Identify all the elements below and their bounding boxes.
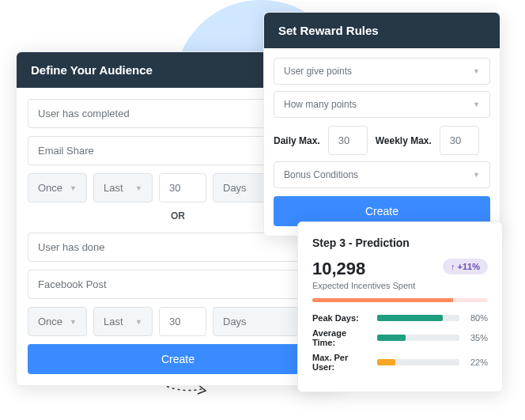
frequency-select-2[interactable]: Once ▼	[28, 307, 87, 336]
count-input-2[interactable]	[159, 307, 206, 336]
reward-amount-select[interactable]: How many points ▼	[274, 91, 490, 118]
prediction-card: Step 3 - Prediction 10,298 ↑ +11% Expect…	[297, 221, 503, 392]
stat-percent: 35%	[466, 333, 488, 342]
stat-percent: 22%	[466, 358, 488, 367]
progress-fill	[312, 298, 453, 302]
weekly-max-label: Weekly Max.	[376, 135, 432, 146]
prediction-value: 10,298	[312, 259, 365, 279]
period-select[interactable]: Last ▼	[93, 173, 153, 202]
select-value: Email Share	[38, 145, 94, 157]
daily-max-input[interactable]	[328, 126, 368, 155]
stat-row: Average Time:35%	[312, 328, 488, 347]
prediction-subtitle: Expected Incentives Spent	[312, 281, 488, 290]
select-value: Last	[104, 316, 123, 327]
chevron-down-icon: ▼	[135, 184, 142, 192]
stat-percent: 80%	[466, 313, 488, 323]
bonus-conditions-select[interactable]: Bonus Conditions ▼	[274, 161, 490, 188]
stat-label: Max. Per User:	[312, 353, 371, 372]
stat-bar	[377, 359, 459, 365]
prediction-title: Step 3 - Prediction	[312, 236, 488, 249]
reward-type-select[interactable]: User give points ▼	[274, 58, 490, 85]
frequency-select[interactable]: Once ▼	[28, 173, 87, 202]
weekly-max-input[interactable]	[440, 126, 479, 155]
select-value: Bonus Conditions	[284, 169, 358, 180]
channel-select-2[interactable]: Facebook Post ▼	[28, 270, 328, 299]
create-button[interactable]: Create	[28, 344, 328, 374]
chevron-down-icon: ▼	[70, 318, 77, 326]
period-select-2[interactable]: Last ▼	[93, 307, 153, 336]
stat-row: Peak Days:80%	[312, 313, 488, 323]
select-value: User give points	[284, 66, 352, 77]
stat-label: Average Time:	[312, 328, 371, 347]
stat-bar	[377, 335, 459, 341]
select-value: User has completed	[38, 108, 130, 119]
select-value: Once	[38, 316, 62, 327]
trigger-select-2[interactable]: User has done ▼	[28, 233, 328, 262]
stat-bar-fill	[377, 315, 443, 321]
chevron-down-icon: ▼	[473, 100, 480, 108]
chevron-down-icon: ▼	[473, 171, 480, 179]
stat-row: Max. Per User:22%	[312, 353, 488, 372]
prediction-progress-bar	[312, 298, 488, 302]
card-title: Set Reward Rules	[264, 13, 500, 48]
count-input[interactable]	[159, 173, 206, 202]
select-value: Facebook Post	[38, 278, 107, 290]
chevron-down-icon: ▼	[135, 318, 142, 326]
select-value: Days	[223, 316, 247, 327]
select-value: Last	[104, 182, 123, 194]
select-value: Once	[38, 182, 62, 194]
stat-bar-fill	[377, 359, 395, 365]
prediction-change-badge: ↑ +11%	[443, 259, 488, 274]
stat-bar-fill	[377, 335, 406, 341]
chevron-down-icon: ▼	[473, 67, 480, 75]
select-value: Days	[223, 182, 247, 194]
stat-label: Peak Days:	[312, 313, 371, 323]
set-reward-rules-card: Set Reward Rules User give points ▼ How …	[263, 12, 500, 236]
select-value: User has done	[38, 241, 105, 253]
daily-max-label: Daily Max.	[274, 135, 320, 146]
chevron-down-icon: ▼	[70, 184, 77, 192]
stat-bar	[377, 315, 459, 321]
select-value: How many points	[284, 99, 357, 110]
